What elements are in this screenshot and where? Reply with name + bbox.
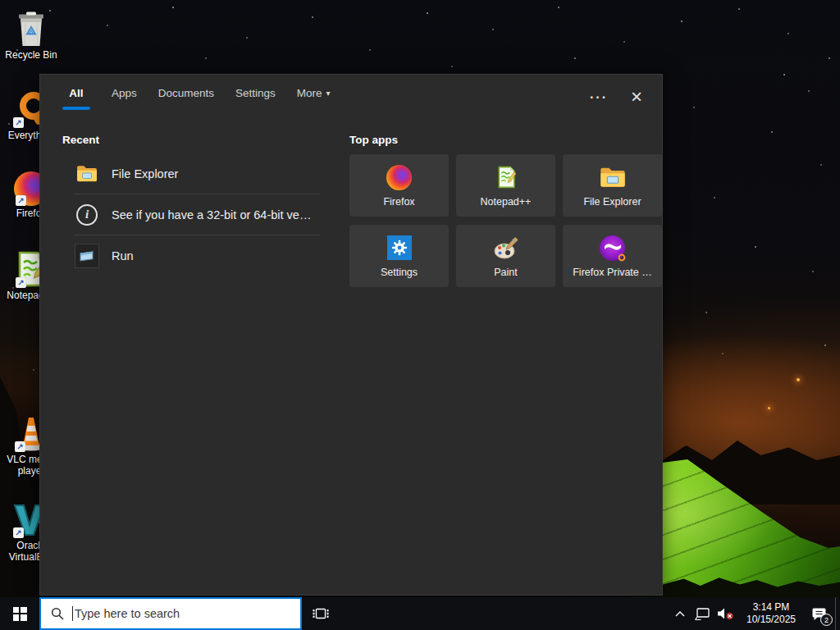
top-app-notepad[interactable]: Notepad++ <box>456 154 555 217</box>
recent-item-run[interactable]: Run <box>62 236 326 275</box>
search-panel: All Apps Documents Settings More ▾ ··· <box>39 74 663 596</box>
tab-documents[interactable]: Documents <box>158 87 214 99</box>
close-button[interactable]: × <box>631 87 642 107</box>
recent-item-search-suggestion[interactable]: i See if you have a 32-bit or 64-bit ve… <box>62 195 326 234</box>
desktop-icon-label: Recycle Bin <box>5 49 57 61</box>
notification-count-badge: 2 <box>820 614 833 626</box>
shortcut-arrow-icon: ↗ <box>16 195 26 206</box>
tab-more[interactable]: More ▾ <box>297 87 331 99</box>
top-app-paint[interactable]: Paint <box>456 225 555 287</box>
shortcut-arrow-icon: ↗ <box>13 117 24 128</box>
volume-button[interactable] <box>714 597 738 630</box>
search-input[interactable] <box>75 607 300 620</box>
top-apps-heading: Top apps <box>349 134 662 146</box>
notepad-plus-plus-icon <box>495 164 517 190</box>
desktop-screen: Recycle Bin ↗ Everything ↗ Firefox <box>0 0 840 630</box>
info-icon: i <box>71 204 103 226</box>
show-desktop-button[interactable] <box>835 597 840 630</box>
taskbar-search-box[interactable] <box>39 597 302 630</box>
more-options-button[interactable]: ··· <box>590 89 608 104</box>
shortcut-arrow-icon: ↗ <box>16 277 26 288</box>
star-glow <box>797 378 800 381</box>
task-view-button[interactable] <box>302 597 340 630</box>
shortcut-arrow-icon: ↗ <box>15 441 25 452</box>
recycle-bin-icon <box>15 8 48 48</box>
recent-item-file-explorer[interactable]: File Explorer <box>62 154 326 193</box>
star-glow <box>768 407 770 409</box>
recent-item-label: File Explorer <box>112 167 178 180</box>
ellipsis-icon: ··· <box>590 90 608 104</box>
taskbar-empty-area <box>340 597 669 630</box>
top-app-settings[interactable]: Settings <box>349 225 449 287</box>
recent-item-label: Run <box>112 249 134 262</box>
network-status-button[interactable] <box>691 597 714 630</box>
date-label: 10/15/2025 <box>746 614 796 626</box>
time-label: 3:14 PM <box>753 601 790 614</box>
firefox-private-mask-icon <box>600 235 625 261</box>
paint-palette-icon <box>493 235 519 261</box>
top-app-file-explorer[interactable]: File Explorer <box>563 154 662 217</box>
top-app-firefox-private[interactable]: Firefox Private … <box>563 225 662 287</box>
clock[interactable]: 3:14 PM 10/15/2025 <box>738 601 804 626</box>
tab-apps[interactable]: Apps <box>112 87 137 99</box>
folder-icon <box>600 164 626 190</box>
windows-logo-icon <box>13 607 27 621</box>
desktop-icon-recycle-bin[interactable]: Recycle Bin <box>0 8 62 61</box>
recent-heading: Recent <box>62 134 326 146</box>
settings-gear-icon <box>387 235 412 261</box>
top-apps-section: Top apps Firefox <box>349 134 662 287</box>
chevron-up-icon <box>675 610 685 617</box>
recent-section: Recent File Explorer i <box>62 134 326 287</box>
search-icon <box>51 607 64 620</box>
show-hidden-icons-button[interactable] <box>669 597 691 630</box>
folder-icon <box>71 165 103 182</box>
shortcut-arrow-icon: ↗ <box>13 527 24 538</box>
tab-all[interactable]: All <box>62 87 90 110</box>
firefox-icon <box>386 164 412 190</box>
chevron-down-icon: ▾ <box>326 89 331 98</box>
search-filter-tabs: All Apps Documents Settings More ▾ ··· <box>40 75 662 112</box>
stars-decoration <box>0 0 2 2</box>
action-center-button[interactable]: 2 <box>804 597 835 630</box>
run-icon <box>71 244 103 268</box>
divider <box>74 235 320 235</box>
active-tab-underline <box>62 107 90 110</box>
top-app-firefox[interactable]: Firefox <box>349 154 449 217</box>
taskbar: 3:14 PM 10/15/2025 2 <box>0 597 840 630</box>
start-button[interactable] <box>0 597 39 630</box>
recent-item-label: See if you have a 32-bit or 64-bit ve… <box>112 208 311 221</box>
system-tray: 3:14 PM 10/15/2025 2 <box>669 597 840 630</box>
tab-settings[interactable]: Settings <box>235 87 276 99</box>
ethernet-icon <box>695 607 710 621</box>
close-icon: × <box>631 85 642 107</box>
text-caret <box>72 606 73 621</box>
task-view-icon <box>313 606 329 621</box>
divider <box>74 194 320 194</box>
volume-muted-icon <box>717 607 735 620</box>
